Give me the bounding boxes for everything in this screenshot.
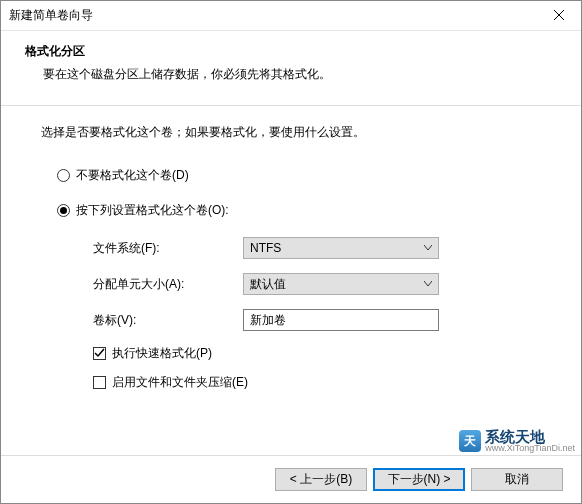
volume-label-label: 卷标(V): xyxy=(93,312,243,329)
radio-format[interactable]: 按下列设置格式化这个卷(O): xyxy=(41,202,541,219)
quick-format-label: 执行快速格式化(P) xyxy=(112,345,212,362)
filesystem-label: 文件系统(F): xyxy=(93,240,243,257)
checkbox-icon xyxy=(93,376,106,389)
quick-format-checkbox[interactable]: 执行快速格式化(P) xyxy=(93,345,541,362)
wizard-footer: < 上一步(B) 下一步(N) > 取消 xyxy=(1,455,581,503)
radio-no-format-label: 不要格式化这个卷(D) xyxy=(76,167,189,184)
radio-dot-icon xyxy=(60,207,67,214)
wizard-content: 选择是否要格式化这个卷；如果要格式化，要使用什么设置。 不要格式化这个卷(D) … xyxy=(1,106,581,391)
next-button-label: 下一步(N) > xyxy=(388,471,451,488)
close-icon xyxy=(554,9,564,23)
allocation-unit-value: 默认值 xyxy=(250,276,286,293)
watermark-logo-icon: 天 xyxy=(459,430,481,452)
radio-no-format[interactable]: 不要格式化这个卷(D) xyxy=(41,167,541,184)
chevron-down-icon xyxy=(424,245,432,251)
watermark: 天 系统天地 www.XiTongTianDi.net xyxy=(459,429,575,453)
watermark-text-en: www.XiTongTianDi.net xyxy=(485,444,575,453)
chevron-down-icon xyxy=(424,281,432,287)
radio-icon xyxy=(57,204,70,217)
titlebar: 新建简单卷向导 xyxy=(1,1,581,31)
volume-label-input[interactable]: 新加卷 xyxy=(243,309,439,331)
next-button[interactable]: 下一步(N) > xyxy=(373,468,465,491)
header-title: 格式化分区 xyxy=(25,43,557,60)
format-settings: 文件系统(F): NTFS 分配单元大小(A): 默认值 卷标(V): 新加卷 … xyxy=(41,237,541,391)
back-button[interactable]: < 上一步(B) xyxy=(275,468,367,491)
cancel-button-label: 取消 xyxy=(505,471,529,488)
watermark-text-cn: 系统天地 xyxy=(485,429,575,444)
cancel-button[interactable]: 取消 xyxy=(471,468,563,491)
instruction-text: 选择是否要格式化这个卷；如果要格式化，要使用什么设置。 xyxy=(41,124,541,141)
checkbox-icon xyxy=(93,347,106,360)
filesystem-select[interactable]: NTFS xyxy=(243,237,439,259)
filesystem-value: NTFS xyxy=(250,241,281,255)
compression-label: 启用文件和文件夹压缩(E) xyxy=(112,374,248,391)
header-description: 要在这个磁盘分区上储存数据，你必须先将其格式化。 xyxy=(25,66,557,83)
radio-format-label: 按下列设置格式化这个卷(O): xyxy=(76,202,229,219)
allocation-unit-label: 分配单元大小(A): xyxy=(93,276,243,293)
back-button-label: < 上一步(B) xyxy=(290,471,352,488)
wizard-header: 格式化分区 要在这个磁盘分区上储存数据，你必须先将其格式化。 xyxy=(1,31,581,91)
radio-icon xyxy=(57,169,70,182)
volume-label-value: 新加卷 xyxy=(250,312,286,329)
compression-checkbox[interactable]: 启用文件和文件夹压缩(E) xyxy=(93,374,541,391)
close-button[interactable] xyxy=(536,1,581,31)
allocation-unit-select[interactable]: 默认值 xyxy=(243,273,439,295)
window-title: 新建简单卷向导 xyxy=(9,7,536,24)
